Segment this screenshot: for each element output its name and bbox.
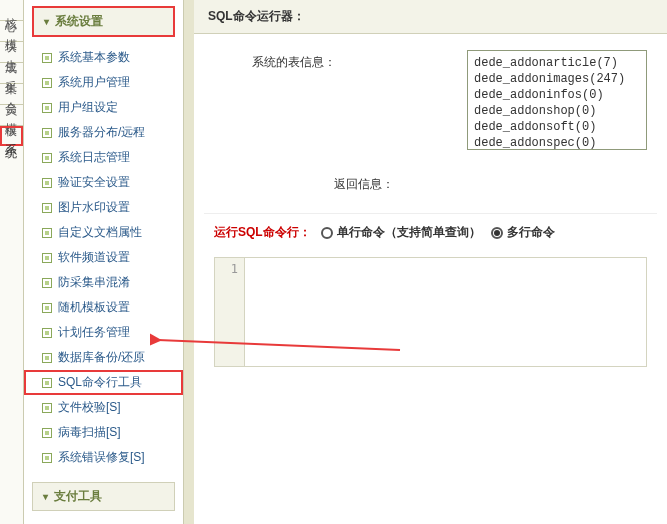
table-row[interactable]: dede_addonshop(0) bbox=[474, 103, 640, 119]
sidebar-item-label: 系统用户管理 bbox=[58, 74, 130, 91]
leftbar-tab[interactable]: 模块 bbox=[0, 21, 23, 42]
bullet-icon bbox=[42, 403, 52, 413]
radio-single-line[interactable]: 单行命令（支持简单查询） bbox=[321, 224, 481, 241]
left-tabbar: 核心模块生成采集会员模板系统 bbox=[0, 0, 24, 524]
run-sql-label: 运行SQL命令行： bbox=[214, 224, 311, 241]
sidebar-item-label: 系统日志管理 bbox=[58, 149, 130, 166]
bullet-icon bbox=[42, 78, 52, 88]
bullet-icon bbox=[42, 453, 52, 463]
leftbar-tab[interactable]: 系统 bbox=[0, 126, 23, 146]
sidebar-item[interactable]: 点卡产品分类 bbox=[24, 519, 183, 524]
return-info-label: 返回信息： bbox=[204, 156, 657, 213]
table-row[interactable]: dede_addonimages(247) bbox=[474, 71, 640, 87]
sidebar-item[interactable]: 自定义文档属性 bbox=[24, 220, 183, 245]
sidebar-item[interactable]: 防采集串混淆 bbox=[24, 270, 183, 295]
sidebar-item[interactable]: 验证安全设置 bbox=[24, 170, 183, 195]
sidebar-item[interactable]: 系统错误修复[S] bbox=[24, 445, 183, 470]
leftbar-tab[interactable]: 生成 bbox=[0, 42, 23, 63]
page-title: SQL命令运行器： bbox=[194, 0, 667, 34]
radio-label: 多行命令 bbox=[507, 224, 555, 241]
bullet-icon bbox=[42, 428, 52, 438]
table-info-label: 系统的表信息： bbox=[214, 50, 374, 71]
sidebar-item[interactable]: 服务器分布/远程 bbox=[24, 120, 183, 145]
bullet-icon bbox=[42, 328, 52, 338]
bullet-icon bbox=[42, 253, 52, 263]
radio-multi-line[interactable]: 多行命令 bbox=[491, 224, 555, 241]
bullet-icon bbox=[42, 378, 52, 388]
bullet-icon bbox=[42, 278, 52, 288]
sidebar-item[interactable]: 系统用户管理 bbox=[24, 70, 183, 95]
chevron-down-icon: ▾ bbox=[44, 16, 49, 27]
sidebar-item[interactable]: 随机模板设置 bbox=[24, 295, 183, 320]
sidebar-item-label: 文件校验[S] bbox=[58, 399, 121, 416]
sidebar-item[interactable]: 图片水印设置 bbox=[24, 195, 183, 220]
table-row[interactable]: dede_addonspec(0) bbox=[474, 135, 640, 150]
sidebar-item[interactable]: 软件频道设置 bbox=[24, 245, 183, 270]
sidebar-item-label: 服务器分布/远程 bbox=[58, 124, 145, 141]
bullet-icon bbox=[42, 203, 52, 213]
sidebar-menu-system: 系统基本参数系统用户管理用户组设定服务器分布/远程系统日志管理验证安全设置图片水… bbox=[24, 43, 183, 476]
radio-label: 单行命令（支持简单查询） bbox=[337, 224, 481, 241]
sidebar-item[interactable]: 用户组设定 bbox=[24, 95, 183, 120]
radio-icon bbox=[491, 227, 503, 239]
leftbar-tab[interactable]: 会员 bbox=[0, 84, 23, 105]
editor-gutter: 1 bbox=[215, 258, 245, 366]
sidebar-item[interactable]: 数据库备份/还原 bbox=[24, 345, 183, 370]
sidebar-group-system[interactable]: ▾ 系统设置 bbox=[32, 6, 175, 37]
sidebar-item-label: 图片水印设置 bbox=[58, 199, 130, 216]
sidebar-group-label: 系统设置 bbox=[55, 13, 103, 30]
sidebar-group-label: 支付工具 bbox=[54, 488, 102, 505]
sidebar: ▾ 系统设置 系统基本参数系统用户管理用户组设定服务器分布/远程系统日志管理验证… bbox=[24, 0, 184, 524]
bullet-icon bbox=[42, 153, 52, 163]
bullet-icon bbox=[42, 303, 52, 313]
main-panel: SQL命令运行器： 系统的表信息： dede_addonarticle(7)de… bbox=[194, 0, 667, 524]
sidebar-item[interactable]: SQL命令行工具 bbox=[24, 370, 183, 395]
bullet-icon bbox=[42, 228, 52, 238]
table-info-list[interactable]: dede_addonarticle(7)dede_addonimages(247… bbox=[467, 50, 647, 150]
sidebar-group-payment[interactable]: ▾ 支付工具 bbox=[32, 482, 175, 511]
sidebar-item-label: 病毒扫描[S] bbox=[58, 424, 121, 441]
divider bbox=[184, 0, 194, 524]
sidebar-item-label: 系统错误修复[S] bbox=[58, 449, 145, 466]
sidebar-item-label: 防采集串混淆 bbox=[58, 274, 130, 291]
sql-editor[interactable]: 1 bbox=[214, 257, 647, 367]
bullet-icon bbox=[42, 103, 52, 113]
sidebar-item[interactable]: 病毒扫描[S] bbox=[24, 420, 183, 445]
sidebar-item-label: 自定义文档属性 bbox=[58, 224, 142, 241]
sidebar-item-label: 软件频道设置 bbox=[58, 249, 130, 266]
sidebar-item-label: 系统基本参数 bbox=[58, 49, 130, 66]
sidebar-item[interactable]: 系统基本参数 bbox=[24, 45, 183, 70]
leftbar-tab[interactable]: 模板 bbox=[0, 105, 23, 126]
sidebar-item-label: 数据库备份/还原 bbox=[58, 349, 145, 366]
sidebar-item[interactable]: 文件校验[S] bbox=[24, 395, 183, 420]
table-row[interactable]: dede_addonsoft(0) bbox=[474, 119, 640, 135]
sidebar-item-label: 随机模板设置 bbox=[58, 299, 130, 316]
bullet-icon bbox=[42, 353, 52, 363]
radio-icon bbox=[321, 227, 333, 239]
bullet-icon bbox=[42, 128, 52, 138]
sidebar-item-label: SQL命令行工具 bbox=[58, 374, 142, 391]
sidebar-item-label: 用户组设定 bbox=[58, 99, 118, 116]
leftbar-tab[interactable]: 核心 bbox=[0, 0, 23, 21]
sidebar-item[interactable]: 系统日志管理 bbox=[24, 145, 183, 170]
leftbar-tab[interactable]: 采集 bbox=[0, 63, 23, 84]
table-row[interactable]: dede_addonarticle(7) bbox=[474, 55, 640, 71]
sidebar-item-label: 计划任务管理 bbox=[58, 324, 130, 341]
sidebar-item[interactable]: 计划任务管理 bbox=[24, 320, 183, 345]
bullet-icon bbox=[42, 178, 52, 188]
chevron-down-icon: ▾ bbox=[43, 491, 48, 502]
bullet-icon bbox=[42, 53, 52, 63]
sidebar-item-label: 验证安全设置 bbox=[58, 174, 130, 191]
table-row[interactable]: dede_addoninfos(0) bbox=[474, 87, 640, 103]
sidebar-menu-payment: 点卡产品分类点卡产品管理会员产品分类 bbox=[24, 517, 183, 524]
